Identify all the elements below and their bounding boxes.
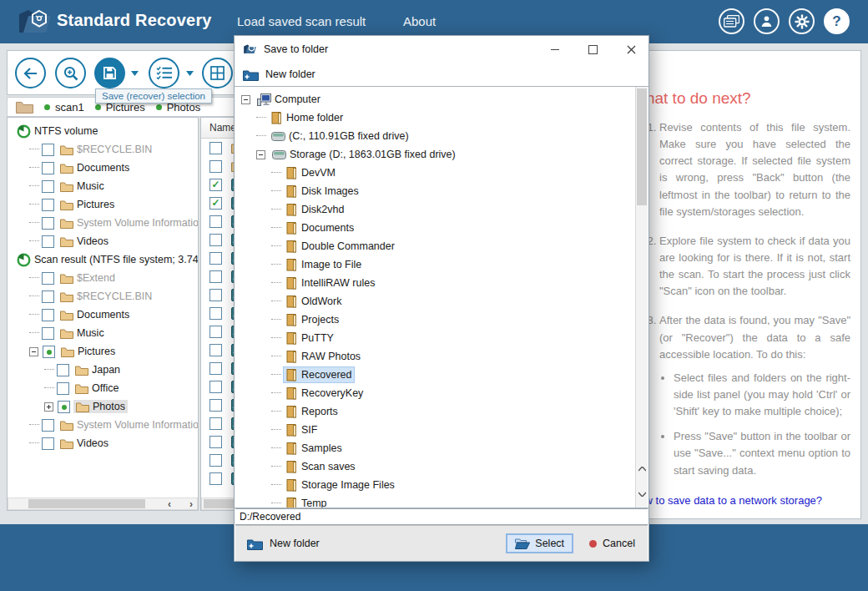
windows-icon[interactable] bbox=[719, 8, 744, 34]
checkbox[interactable] bbox=[209, 215, 222, 228]
tree-item-music[interactable]: Music bbox=[8, 324, 198, 342]
tree-item-disk-images[interactable]: Disk Images bbox=[235, 182, 648, 200]
select-button[interactable]: Select bbox=[506, 533, 573, 553]
checkbox[interactable] bbox=[42, 272, 54, 285]
checkbox[interactable] bbox=[42, 162, 54, 174]
save-dropdown-button[interactable] bbox=[129, 69, 139, 78]
tree-item-disk2vhd[interactable]: Disk2vhd bbox=[235, 200, 648, 219]
scrollbar-thumb[interactable] bbox=[637, 88, 647, 205]
checkbox[interactable] bbox=[209, 252, 222, 265]
network-storage-link[interactable]: How to save data to a network storage? bbox=[631, 494, 850, 507]
minimize-button[interactable] bbox=[542, 40, 568, 58]
destination-path-input[interactable] bbox=[235, 508, 648, 525]
tree-item-pictures[interactable]: Pictures bbox=[8, 342, 198, 361]
tree-item-ntfs-volume[interactable]: NTFS volume bbox=[8, 122, 198, 140]
checkbox[interactable] bbox=[209, 454, 222, 467]
checkbox[interactable] bbox=[42, 217, 54, 230]
settings-gear-icon[interactable] bbox=[789, 8, 815, 34]
dialog-titlebar[interactable]: Save to folder bbox=[235, 36, 648, 63]
back-button[interactable] bbox=[15, 58, 46, 88]
breadcrumb-item-scan1[interactable]: scan1 bbox=[44, 101, 84, 114]
tree-item-videos[interactable]: Videos bbox=[8, 434, 198, 452]
tree-horizontal-scrollbar[interactable]: ‹ › bbox=[8, 498, 198, 510]
tree-item-documents[interactable]: Documents bbox=[8, 159, 198, 177]
tree-item-intelliraw-rules[interactable]: IntelliRAW rules bbox=[235, 274, 648, 292]
checkbox[interactable] bbox=[42, 437, 54, 450]
tree-item-scan-saves[interactable]: Scan saves bbox=[235, 457, 648, 476]
maximize-button[interactable] bbox=[580, 40, 605, 58]
tree-item-storage-d-1863-01gb-fixed-drive[interactable]: Storage (D:, 1863.01GB fixed drive) bbox=[235, 145, 648, 164]
checkbox[interactable] bbox=[42, 419, 54, 432]
tree-item-double-commander[interactable]: Double Commander bbox=[235, 237, 648, 255]
tree-item-extend[interactable]: $Extend bbox=[8, 269, 198, 287]
tree-item-devvm[interactable]: DevVM bbox=[235, 164, 648, 182]
tree-item-temp[interactable]: Temp bbox=[235, 494, 648, 508]
selection-list-button[interactable] bbox=[149, 58, 179, 88]
tree-item-storage-image-files[interactable]: Storage Image Files bbox=[235, 476, 648, 494]
tree-item-office[interactable]: Office bbox=[8, 379, 198, 397]
user-icon[interactable] bbox=[754, 8, 780, 34]
scroll-up-icon[interactable] bbox=[636, 462, 648, 476]
checkbox[interactable] bbox=[209, 179, 222, 191]
collapse-icon[interactable] bbox=[241, 95, 250, 104]
grid-view-button[interactable] bbox=[202, 58, 233, 88]
scroll-right-icon[interactable]: › bbox=[185, 498, 197, 509]
expand-icon[interactable] bbox=[44, 402, 53, 412]
tree-item-japan[interactable]: Japan bbox=[8, 361, 198, 379]
checkbox[interactable] bbox=[42, 290, 54, 303]
scroll-left-icon[interactable]: ‹ bbox=[164, 498, 175, 509]
tree-item-sif[interactable]: SIF bbox=[235, 421, 648, 439]
scroll-down-icon[interactable] bbox=[636, 487, 648, 501]
search-button[interactable] bbox=[55, 58, 86, 88]
tree-item-putty[interactable]: PuTTY bbox=[235, 329, 648, 347]
scrollbar-thumb[interactable] bbox=[28, 499, 145, 508]
collapse-icon[interactable] bbox=[29, 347, 38, 356]
selection-list-dropdown-button[interactable] bbox=[184, 69, 194, 78]
checkbox[interactable] bbox=[209, 270, 222, 283]
tree-item-projects[interactable]: Projects bbox=[235, 311, 648, 329]
checkbox[interactable] bbox=[209, 399, 222, 412]
tree-item-image-to-file[interactable]: Image to File bbox=[235, 255, 648, 274]
checkbox[interactable] bbox=[58, 401, 70, 413]
tree-item-music[interactable]: Music bbox=[8, 177, 198, 195]
checkbox[interactable] bbox=[57, 382, 69, 395]
checkbox[interactable] bbox=[209, 381, 222, 393]
checkbox[interactable] bbox=[209, 307, 222, 320]
checkbox[interactable] bbox=[42, 327, 54, 340]
tree-item-videos[interactable]: Videos bbox=[8, 232, 198, 250]
checkbox[interactable] bbox=[42, 180, 54, 193]
checkbox[interactable] bbox=[209, 362, 222, 375]
tree-item-c-110-91gb-fixed-drive[interactable]: (C:, 110.91GB fixed drive) bbox=[235, 127, 648, 145]
checkbox[interactable] bbox=[209, 234, 222, 246]
tree-item-documents[interactable]: Documents bbox=[8, 306, 198, 324]
checkbox[interactable] bbox=[42, 309, 54, 321]
new-folder-button[interactable]: New folder bbox=[244, 535, 323, 553]
tree-item-system-volume-information[interactable]: System Volume Information bbox=[8, 416, 198, 434]
tree-item-home-folder[interactable]: Home folder bbox=[235, 109, 648, 127]
tree-item-recoverykey[interactable]: RecoveryKey bbox=[235, 384, 648, 402]
cancel-button[interactable]: Cancel bbox=[585, 535, 639, 552]
dialog-vertical-scrollbar[interactable] bbox=[635, 87, 648, 508]
tree-item-pictures[interactable]: Pictures bbox=[8, 195, 198, 214]
close-button[interactable] bbox=[618, 40, 643, 58]
tree-item-documents[interactable]: Documents bbox=[235, 219, 648, 237]
tree-item-reports[interactable]: Reports bbox=[235, 402, 648, 421]
checkbox[interactable] bbox=[209, 197, 222, 210]
save-button[interactable] bbox=[94, 58, 125, 88]
checkbox[interactable] bbox=[209, 289, 222, 301]
tree-item-samples[interactable]: Samples bbox=[235, 439, 648, 457]
checkbox[interactable] bbox=[57, 364, 69, 376]
tree-item-recovered[interactable]: Recovered bbox=[235, 366, 648, 384]
checkbox[interactable] bbox=[43, 346, 55, 358]
checkbox[interactable] bbox=[42, 144, 54, 156]
tree-item-raw-photos[interactable]: RAW Photos bbox=[235, 347, 648, 366]
tree-item-recycle-bin[interactable]: $RECYCLE.BIN bbox=[8, 140, 198, 159]
dialog-new-folder-button[interactable]: New folder bbox=[265, 68, 315, 80]
checkbox[interactable] bbox=[209, 160, 222, 173]
collapse-icon[interactable] bbox=[256, 150, 265, 159]
checkbox[interactable] bbox=[209, 472, 222, 485]
tree-item-computer[interactable]: Computer bbox=[235, 90, 648, 109]
help-icon[interactable]: ? bbox=[824, 8, 850, 34]
tree-item-system-volume-information[interactable]: System Volume Information bbox=[8, 214, 198, 232]
tree-item-scan-result-ntfs-file-system-3-74-gb-in-6[interactable]: Scan result (NTFS file system; 3.74 GB i… bbox=[8, 250, 198, 269]
